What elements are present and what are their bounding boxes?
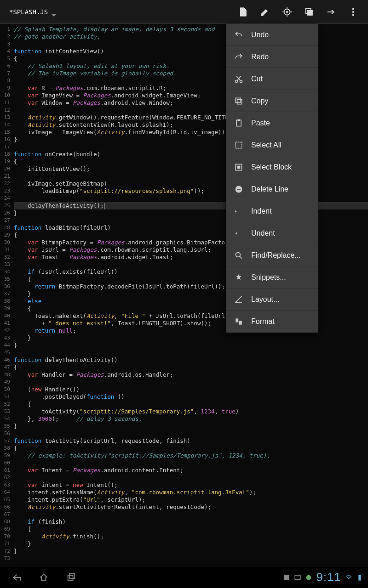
code-line[interactable]: intent.setClassName(Activity, "com.rbowm… <box>14 489 368 496</box>
code-line[interactable]: { <box>14 526 368 533</box>
target-icon[interactable] <box>276 1 298 23</box>
menu-select-block[interactable]: Select Block <box>226 156 318 178</box>
cut-icon <box>233 74 245 84</box>
menu-item-label: Format <box>251 317 275 326</box>
wifi-icon <box>345 574 352 581</box>
menu-find-replace[interactable]: Find/Replace... <box>226 244 318 266</box>
code-line[interactable]: .postDelayed(function () <box>14 393 368 401</box>
menu-item-label: Copy <box>251 97 268 105</box>
code-line[interactable] <box>14 555 368 562</box>
code-line[interactable]: { <box>14 445 368 452</box>
find-icon <box>233 251 245 260</box>
android-icon <box>305 574 312 581</box>
code-line[interactable]: (new Handler()) <box>14 386 368 393</box>
svg-point-25 <box>306 575 311 580</box>
svg-rect-12 <box>238 119 240 120</box>
format-icon <box>233 317 245 326</box>
menu-item-label: Indent <box>251 207 271 215</box>
menu-item-label: Delete Line <box>251 185 288 193</box>
svg-point-1 <box>286 11 288 13</box>
code-line[interactable] <box>14 459 368 467</box>
select-block-icon <box>233 163 245 172</box>
undo-icon <box>233 30 245 40</box>
menu-item-label: Redo <box>251 53 269 61</box>
menu-cut[interactable]: Cut <box>226 68 318 90</box>
back-button[interactable] <box>5 568 28 587</box>
code-line[interactable]: function toActivity(scriptUrl, requestCo… <box>14 437 368 445</box>
code-line[interactable]: }, 3000); // delay 3 seconds. <box>14 415 368 423</box>
code-line[interactable]: } <box>14 540 368 548</box>
code-line[interactable]: { <box>14 401 368 408</box>
status-bar: 9:11 <box>283 570 363 584</box>
line-gutter: 1234567891011121314151617181920212223242… <box>0 24 12 562</box>
svg-rect-9 <box>237 99 242 104</box>
svg-rect-2 <box>307 10 312 15</box>
code-line[interactable]: Activity.finish(); <box>14 533 368 540</box>
menu-delete-line[interactable]: Delete Line <box>226 178 318 200</box>
copy-icon <box>233 96 245 106</box>
code-line[interactable] <box>14 511 368 518</box>
run-icon[interactable] <box>320 1 342 23</box>
context-menu: UndoRedoCutCopyPasteSelect AllSelect Blo… <box>226 24 318 333</box>
code-line[interactable]: toActivity("scriptit://Samples/Temporary… <box>14 408 368 415</box>
code-line[interactable]: function delayThenToActivity() <box>14 356 368 364</box>
paste-icon <box>233 119 245 128</box>
svg-rect-24 <box>295 575 300 579</box>
select-all-icon <box>233 141 245 150</box>
menu-undent[interactable]: Undent <box>226 222 318 244</box>
menu-indent[interactable]: Indent <box>226 200 318 222</box>
clock: 9:11 <box>316 570 341 584</box>
code-line[interactable] <box>14 430 368 437</box>
svg-point-4 <box>352 8 354 10</box>
code-line[interactable]: } <box>14 342 368 349</box>
menu-select-all[interactable]: Select All <box>226 134 318 156</box>
code-line[interactable]: var Handler = Packages.android.os.Handle… <box>14 371 368 379</box>
recents-button[interactable] <box>60 568 83 587</box>
menu-layout[interactable]: Layout... <box>226 288 318 311</box>
menu-item-label: Cut <box>251 75 263 83</box>
code-line[interactable] <box>14 349 368 356</box>
menu-redo[interactable]: Redo <box>226 46 318 68</box>
indent-icon <box>233 207 245 216</box>
code-line[interactable]: if (finish) <box>14 518 368 526</box>
menu-snippets[interactable]: Snippets... <box>226 266 318 288</box>
svg-point-5 <box>352 11 354 13</box>
code-line[interactable] <box>14 474 368 481</box>
code-line[interactable]: } <box>14 423 368 430</box>
code-line[interactable]: } <box>14 548 368 555</box>
layout-icon <box>233 295 245 304</box>
sd-icon <box>283 574 290 581</box>
menu-item-label: Paste <box>251 119 270 127</box>
system-navbar: 9:11 <box>0 566 368 588</box>
app-toolbar: *SPLASH.JS <box>0 0 368 24</box>
menu-item-label: Layout... <box>251 295 279 304</box>
code-line[interactable]: Activity.startActivityForResult(intent, … <box>14 503 368 511</box>
svg-rect-11 <box>236 120 241 126</box>
code-line[interactable]: { <box>14 364 368 371</box>
menu-item-label: Select Block <box>251 163 292 171</box>
menu-item-label: Find/Replace... <box>251 251 301 260</box>
snippets-icon <box>233 273 245 282</box>
svg-rect-23 <box>284 575 289 580</box>
menu-paste[interactable]: Paste <box>226 112 318 134</box>
file-icon[interactable] <box>232 1 254 23</box>
menu-undo[interactable]: Undo <box>226 24 318 46</box>
svg-rect-13 <box>236 142 242 148</box>
menu-item-label: Snippets... <box>251 273 286 282</box>
code-line[interactable]: // example: toActivity("scriptit://Sampl… <box>14 452 368 459</box>
code-line[interactable]: var Intent = Packages.android.content.In… <box>14 467 368 474</box>
code-line[interactable] <box>14 379 368 386</box>
menu-copy[interactable]: Copy <box>226 90 318 112</box>
code-line[interactable]: var intent = new Intent(); <box>14 481 368 489</box>
home-button[interactable] <box>32 568 55 587</box>
file-tab[interactable]: *SPLASH.JS <box>4 6 53 18</box>
code-line[interactable]: } <box>14 334 368 342</box>
copy-icon[interactable] <box>298 1 320 23</box>
overflow-icon[interactable] <box>342 1 364 23</box>
svg-rect-19 <box>236 318 238 322</box>
svg-rect-21 <box>68 575 73 580</box>
edit-icon[interactable] <box>254 1 276 23</box>
code-line[interactable]: intent.putExtra("Url", scriptUrl); <box>14 496 368 503</box>
menu-format[interactable]: Format <box>226 311 318 333</box>
menu-item-label: Select All <box>251 141 282 149</box>
